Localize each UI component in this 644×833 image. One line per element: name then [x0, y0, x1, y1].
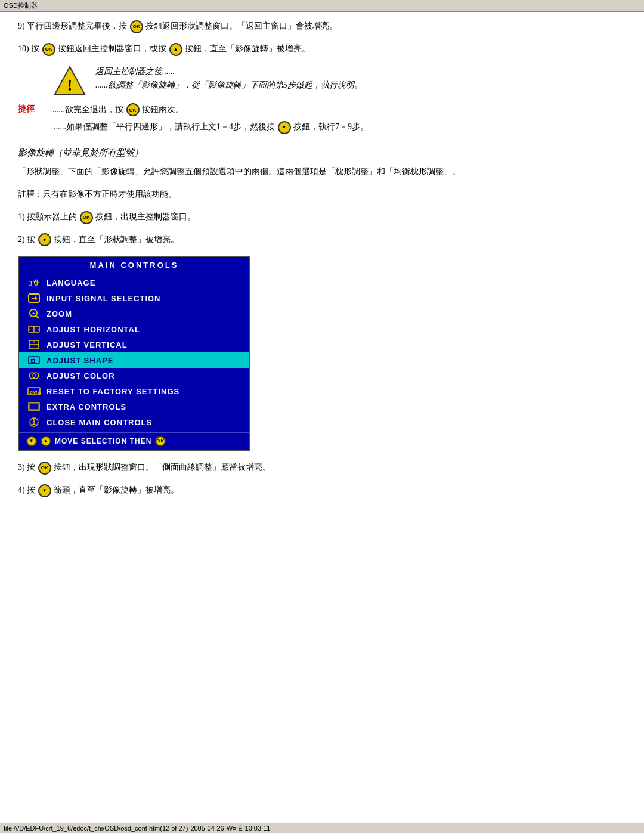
osd-extra-label: EXTRA CONTROLS [47, 402, 126, 411]
ok-button-icon-10: OK [42, 43, 55, 56]
horiz-icon [26, 323, 42, 335]
para10-text-b: 按鈕返回主控制器窗口，或按 [58, 44, 166, 53]
status-time: 10:03:11 [245, 825, 271, 832]
down-arrow-step2: ▼ [38, 233, 51, 246]
down-arrow-step4: ▼ [38, 484, 51, 497]
lang-icon: 3ϑ [26, 277, 42, 289]
status-path: file:///D/EDFU/crt_19_6/edoc/t_chi/OSD/o… [4, 825, 188, 832]
osd-item-extra: EXTRA CONTROLS [19, 399, 249, 414]
reset-icon: bww [26, 385, 42, 397]
osd-horiz-label: ADJUST HORIZONTAL [47, 325, 140, 334]
osd-vert-label: ADJUST VERTICAL [47, 340, 128, 349]
color-icon [26, 370, 42, 382]
osd-header: MAIN CONTROLS [19, 257, 249, 272]
osd-item-adjust-color: ADJUST COLOR [19, 368, 249, 383]
para9-text-b: 按鈕返回形狀調整窗口。「返回主窗口」會被增亮。 [145, 21, 338, 30]
svg-text:3ϑ: 3ϑ [29, 278, 39, 287]
osd-item-adjust-vert: + - ADJUST VERTICAL [19, 337, 249, 352]
step-3: 3) 按 OK 按鈕，出現形狀調整窗口。「側面曲線調整」應當被增亮。 [18, 460, 626, 475]
svg-line-8 [36, 316, 39, 318]
ok-button-icon-9: OK [130, 20, 143, 33]
warning-text-block: 返回主控制器之後...... ......欲調整「影像旋轉」，從「影像旋轉」下面… [95, 64, 363, 93]
vert-icon: + - [26, 339, 42, 351]
osd-item-close: CLOSE MAIN CONTROLS [19, 414, 249, 430]
osd-item-zoom: + ZOOM [19, 306, 249, 321]
input-icon [26, 292, 42, 304]
ok-button-step3: OK [38, 462, 51, 475]
status-date: 2005-04-26 [190, 825, 224, 832]
svg-marker-27 [32, 424, 36, 425]
up-arrow-icon-10: ▲ [169, 43, 182, 56]
shortcut-label: 捷徑 [18, 104, 48, 114]
svg-text:-: - [33, 345, 35, 349]
osd-input-label: INPUT SIGNAL SELECTION [47, 294, 161, 303]
status-extra: W¤ È [227, 825, 243, 832]
svg-rect-24 [30, 404, 38, 410]
step-1: 1) 按顯示器上的 OK 按鈕，出現主控制器窗口。 [18, 210, 626, 224]
osd-item-input: INPUT SIGNAL SELECTION [19, 290, 249, 306]
title-bar: OSD控制器 [0, 0, 644, 12]
osd-item-reset: bww RESET TO FACTORY SETTINGS [19, 383, 249, 399]
svg-text:+: + [32, 311, 36, 316]
footer-text: MOVE SELECTION THEN [55, 437, 151, 445]
osd-zoom-label: ZOOM [47, 309, 72, 318]
step-2: 2) 按 ▼ 按鈕，直至「形狀調整」被增亮。 [18, 233, 626, 247]
ok-button-step1: OK [80, 211, 93, 224]
osd-reset-label: RESET TO FACTORY SETTINGS [47, 387, 179, 396]
zoom-icon: + [26, 308, 42, 320]
shortcut-row: 捷徑 ......欲完全退出，按 OK 按鈕兩次。 [18, 103, 626, 117]
ok-button-shortcut: OK [126, 103, 140, 116]
step-4: 4) 按 ▼ 箭頭，直至「影像旋轉」被增亮。 [18, 483, 626, 497]
para9-text: 9) 平行四邊形調整完畢後，按 [18, 21, 127, 30]
main-content: 9) 平行四邊形調整完畢後，按 OK 按鈕返回形狀調整窗口。「返回主窗口」會被增… [0, 12, 644, 541]
warning-block: ! 返回主控制器之後...... ......欲調整「影像旋轉」，從「影像旋轉」… [54, 64, 626, 97]
osd-shape-label: ADJUST SHAPE [47, 356, 113, 365]
section-title: 影像旋轉（並非見於所有型號） [18, 147, 626, 159]
warning-line1: 返回主控制器之後...... [95, 64, 363, 79]
svg-text:⊡: ⊡ [30, 358, 36, 364]
shape-icon: ⊡ [26, 354, 42, 366]
footer-up-icon: ▲ [41, 436, 51, 447]
paragraph-10: 10) 按 OK 按鈕返回主控制器窗口，或按 ▲ 按鈕，直至「影像旋轉」被增亮。 [18, 42, 626, 56]
note-text: 註釋：只有在影像不方正時才使用該功能。 [18, 187, 626, 202]
warning-line2: ......欲調整「影像旋轉」，從「影像旋轉」下面的第5步做起，執行說明。 [95, 78, 363, 92]
svg-marker-5 [35, 296, 38, 300]
osd-item-adjust-horiz: ADJUST HORIZONTAL [19, 321, 249, 337]
osd-lang-label: LANGUAGE [47, 278, 95, 287]
svg-text:!: ! [67, 76, 72, 94]
status-bar: file:///D/EDFU/crt_19_6/edoc/t_chi/OSD/o… [0, 823, 644, 833]
title-label: OSD控制器 [4, 2, 38, 9]
osd-item-adjust-shape: ⊡ ADJUST SHAPE [19, 352, 249, 368]
osd-footer: ▼ ▲ MOVE SELECTION THEN OK [19, 432, 249, 450]
shortcut-text: ......欲完全退出，按 OK 按鈕兩次。 [52, 103, 184, 117]
para10-text-c: 按鈕，直至「影像旋轉」被增亮。 [185, 44, 310, 53]
para10-text: 10) 按 [18, 44, 39, 53]
osd-item-language: 3ϑ LANGUAGE [19, 275, 249, 290]
svg-text:bww: bww [30, 389, 41, 395]
para-extra: ......如果僅調整「平行四邊形」，請執行上文1－4步，然後按 ▼ 按鈕，執行… [54, 120, 626, 134]
svg-text:+: + [33, 340, 36, 344]
svg-point-20 [33, 373, 39, 379]
footer-ok-icon: OK [155, 436, 166, 447]
paragraph-9: 9) 平行四邊形調整完畢後，按 OK 按鈕返回形狀調整窗口。「返回主窗口」會被增… [18, 19, 626, 33]
desc-para: 「形狀調整」下面的「影像旋轉」允許您調整五個預設選項中的兩個。這兩個選項是「枕形… [18, 165, 626, 179]
osd-items-list: 3ϑ LANGUAGE INPUT SIGNAL SELECTION [19, 272, 249, 432]
osd-close-label: CLOSE MAIN CONTROLS [47, 418, 152, 427]
extra-icon [26, 401, 42, 413]
close-icon [26, 416, 42, 428]
down-arrow-icon-extra: ▼ [278, 121, 291, 134]
footer-down-icon: ▼ [26, 436, 37, 447]
osd-menu: MAIN CONTROLS 3ϑ LANGUAGE [18, 256, 250, 451]
warning-icon: ! [54, 64, 86, 97]
osd-color-label: ADJUST COLOR [47, 371, 115, 380]
